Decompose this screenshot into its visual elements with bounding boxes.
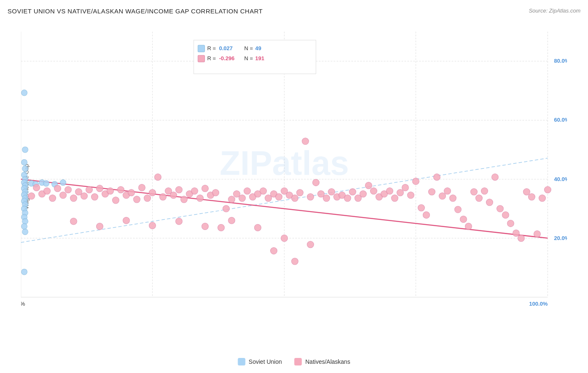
svg-point-160 [176, 218, 182, 225]
svg-text:60.0%: 60.0% [554, 117, 567, 123]
svg-point-50 [21, 269, 27, 275]
svg-point-152 [528, 194, 535, 200]
svg-point-88 [191, 188, 198, 194]
svg-point-104 [276, 194, 282, 200]
svg-point-81 [154, 174, 161, 180]
svg-point-165 [281, 235, 288, 242]
chart-svg: 80.0% 60.0% 40.0% 20.0% 0.0% 100.0% ZIPa… [21, 23, 567, 335]
svg-point-159 [149, 222, 156, 229]
svg-point-110 [307, 194, 314, 200]
svg-point-96 [233, 191, 240, 197]
legend-swatch-soviet [238, 358, 245, 365]
svg-text:-0.296: -0.296 [219, 55, 235, 61]
svg-point-157 [96, 223, 103, 230]
svg-point-49 [22, 229, 28, 235]
svg-point-54 [43, 181, 49, 186]
svg-point-30 [21, 90, 27, 96]
svg-point-113 [323, 195, 330, 202]
svg-point-57 [28, 193, 35, 199]
svg-point-97 [239, 195, 245, 202]
svg-point-79 [144, 195, 151, 202]
svg-point-133 [428, 189, 435, 195]
svg-point-137 [450, 195, 456, 202]
svg-point-128 [402, 184, 409, 191]
svg-point-73 [112, 197, 119, 204]
svg-point-139 [460, 216, 467, 222]
svg-text:N =: N = [244, 45, 253, 51]
svg-text:40.0%: 40.0% [554, 176, 567, 182]
svg-point-144 [486, 199, 493, 206]
svg-text:0.0%: 0.0% [21, 301, 25, 307]
svg-point-120 [360, 191, 366, 197]
svg-point-132 [423, 212, 429, 218]
svg-point-117 [344, 195, 351, 202]
svg-point-140 [465, 223, 472, 230]
svg-point-141 [470, 189, 477, 195]
svg-point-48 [21, 223, 27, 229]
svg-point-121 [365, 182, 372, 189]
svg-point-150 [518, 235, 524, 242]
svg-point-145 [492, 174, 499, 180]
svg-point-77 [133, 196, 140, 203]
svg-point-125 [386, 188, 393, 194]
svg-point-69 [91, 194, 98, 200]
svg-text:0.027: 0.027 [219, 45, 233, 51]
svg-point-64 [65, 186, 72, 193]
svg-point-131 [418, 204, 424, 211]
svg-point-63 [60, 192, 66, 199]
source-label: Source: ZipAtlas.com [529, 8, 580, 14]
legend-label-soviet: Soviet Union [249, 358, 282, 365]
svg-point-94 [223, 205, 230, 212]
svg-point-67 [81, 193, 87, 199]
svg-point-143 [481, 188, 488, 194]
svg-point-126 [391, 195, 398, 202]
svg-text:N =: N = [244, 55, 253, 61]
svg-point-155 [545, 186, 551, 193]
svg-point-138 [455, 206, 461, 213]
svg-point-90 [202, 185, 208, 192]
svg-point-153 [534, 230, 540, 237]
chart-title: SOVIET UNION VS NATIVE/ALASKAN WAGE/INCO… [8, 8, 263, 15]
svg-point-136 [444, 188, 451, 194]
svg-point-127 [397, 189, 404, 196]
svg-point-151 [523, 189, 530, 195]
svg-point-68 [86, 186, 92, 193]
svg-point-86 [181, 196, 187, 203]
legend-label-native: Natives/Alaskans [305, 358, 350, 365]
svg-point-164 [271, 248, 277, 254]
svg-point-78 [138, 184, 145, 191]
svg-point-66 [75, 189, 82, 195]
svg-point-107 [291, 195, 298, 202]
svg-text:R =: R = [207, 55, 216, 61]
svg-text:R =: R = [207, 45, 216, 51]
svg-point-84 [170, 192, 177, 199]
svg-text:100.0%: 100.0% [529, 301, 548, 307]
svg-point-93 [218, 224, 225, 231]
svg-point-166 [291, 258, 298, 265]
svg-point-74 [118, 186, 124, 193]
svg-point-76 [128, 189, 135, 196]
svg-point-162 [228, 217, 235, 224]
svg-point-122 [370, 188, 377, 194]
svg-point-101 [260, 188, 266, 194]
svg-text:191: 191 [255, 55, 264, 61]
svg-point-167 [307, 241, 314, 248]
chart-container: SOVIET UNION VS NATIVE/ALASKAN WAGE/INCO… [0, 0, 588, 373]
svg-text:ZIPatlas: ZIPatlas [220, 144, 349, 182]
svg-point-56 [60, 180, 66, 186]
svg-rect-18 [198, 45, 205, 52]
svg-point-114 [328, 189, 335, 195]
svg-point-92 [212, 189, 219, 196]
svg-point-61 [49, 195, 56, 202]
svg-point-158 [123, 217, 130, 224]
svg-point-154 [539, 195, 545, 202]
svg-point-31 [22, 147, 28, 153]
svg-point-149 [513, 230, 519, 236]
svg-text:49: 49 [255, 45, 261, 51]
svg-point-108 [297, 189, 303, 196]
svg-point-70 [96, 185, 103, 192]
legend: Soviet Union Natives/Alaskans [238, 358, 350, 365]
svg-point-65 [70, 195, 77, 202]
svg-point-60 [43, 188, 50, 194]
svg-point-142 [476, 195, 482, 202]
